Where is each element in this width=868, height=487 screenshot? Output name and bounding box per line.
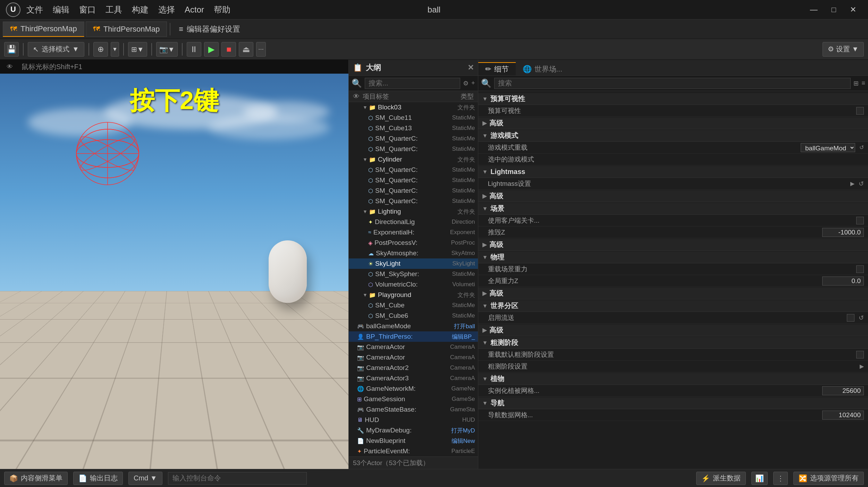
outline-camera-actor2[interactable]: 📷 CameraActor2 CameraA [349,363,478,373]
outline-my-draw-debug[interactable]: 🔧 MyDrawDebug: 打开MyD [349,425,478,436]
outline-ball-game-mode[interactable]: 🎮 ballGameMode 打开ball [349,321,478,331]
prop-lightmass-refresh[interactable]: ↺ [859,180,864,188]
outline-cyl-qc-4[interactable]: ⬡ SM_QuarterC: StaticMe [349,196,478,206]
section-scene[interactable]: ▼ 场景 [478,203,868,215]
menu-build[interactable]: 构建 [132,4,149,15]
menu-window[interactable]: 窗口 [79,4,96,15]
tab-2[interactable]: 🗺 ThirdPersonMap [86,22,167,37]
select-mode-btn[interactable]: ↖ 选择模式 ▼ [28,42,84,57]
outline-cyl-qc-3[interactable]: ⬡ SM_QuarterC: StaticMe [349,185,478,196]
outline-sm-cube13[interactable]: ⬡ SM_Cube13 StaticMe [349,123,478,133]
tab-prefs[interactable]: ≡ 编辑器偏好设置 [172,24,247,34]
viewport-eye-icon[interactable]: 👁 [5,62,15,72]
section-navigation[interactable]: ▼ 导航 [478,397,868,409]
outline-search-input[interactable] [365,78,460,89]
outline-particle-event[interactable]: ✦ ParticleEventM: ParticleE [349,446,478,456]
outline-folder-playground[interactable]: ▼ 📁 Playground 文件夹 [349,290,478,300]
outline-exp-height-fog[interactable]: ≈ ExponentialH: Exponent [349,227,478,238]
prop-lightmass-arrow[interactable]: ▶ [850,180,854,187]
menu-edit[interactable]: 编辑 [53,4,69,15]
section-physics[interactable]: ▼ 物理 [478,251,868,263]
play-btn[interactable]: ▶ [204,42,219,57]
menu-select[interactable]: 选择 [158,4,175,15]
outline-game-network[interactable]: 🌐 GameNetworkM: GameNe [349,383,478,394]
close-btn[interactable]: ✕ [844,3,862,16]
camera-btn[interactable]: 📷▼ [156,42,178,57]
stop-btn[interactable]: ■ [221,42,236,57]
outline-sky-atmosphere[interactable]: ☁ SkyAtmosphe: SkyAtmo [349,248,478,258]
prop-game-mode-arrow[interactable]: ↺ [859,144,864,151]
tab-details[interactable]: ✏ 细节 [478,62,516,75]
transform-dropdown[interactable]: ▼ [111,42,119,57]
cmd-input[interactable] [168,472,307,485]
prop-global-gravity-input[interactable] [822,276,864,286]
content-browser-btn[interactable]: 📦 内容侧滑菜单 [4,472,68,485]
menu-actor[interactable]: Actor [185,5,204,15]
transform-btn[interactable]: ⊕ [93,42,108,57]
outline-folder-lighting[interactable]: ▼ 📁 Lighting 文件夹 [349,206,478,217]
section-game-mode[interactable]: ▼ 游戏模式 [478,130,868,142]
pause-btn[interactable]: ⏸ [187,42,201,57]
outline-cyl-qc-2[interactable]: ⬡ SM_QuarterC: StaticMe [349,175,478,185]
outline-folder-block03[interactable]: ▼ 📁 Block03 文件夹 [349,102,478,113]
prop-override-gravity-checkbox[interactable] [856,265,864,273]
details-grid-icon[interactable]: ⊞ [853,80,859,87]
outline-camera-actor3[interactable]: 📷 CameraActor3 CameraA [349,373,478,383]
section-lightmass[interactable]: ▼ Lightmass [478,166,868,178]
section-advanced-4[interactable]: ▶ 高级 [478,288,868,299]
menu-tools[interactable]: 工具 [106,4,122,15]
outline-folder-cylinder[interactable]: ▼ 📁 Cylinder 文件夹 [349,154,478,165]
outline-plus-icon[interactable]: + [471,80,475,87]
section-hlod[interactable]: ▼ 粗测阶段 [478,337,868,349]
prop-enable-streaming-checkbox[interactable] [847,314,854,322]
outline-game-state[interactable]: 🎮 GameStateBase: GameSta [349,404,478,415]
prop-override-hlod-checkbox[interactable] [856,351,864,358]
prop-budget-checkbox[interactable] [856,107,864,115]
outline-sm-quarterc-1[interactable]: ⬡ SM_QuarterC: StaticMe [349,133,478,144]
section-advanced-5[interactable]: ▶ 高级 [478,324,868,336]
details-search-input[interactable] [494,78,851,89]
menu-file[interactable]: 文件 [26,4,43,15]
outline-camera-actor-1[interactable]: 📷 CameraActor CameraA [349,342,478,352]
prop-use-client-checkbox[interactable] [856,217,864,224]
source-control-btn[interactable]: 🔀 选项源管理所有 [793,472,864,485]
outline-settings-icon[interactable]: ⚙ [463,80,469,87]
outline-volumetric-cloud[interactable]: ⬡ VolumetricClo: Volumeti [349,279,478,290]
section-advanced-3[interactable]: ▶ 高级 [478,239,868,251]
prop-game-mode-select[interactable]: ballGameMod [801,143,855,152]
tab-world-settings[interactable]: 🌐 世界场... [516,62,570,75]
stats-btn[interactable]: 📊 [751,472,768,485]
outline-sm-cube6[interactable]: ⬡ SM_Cube6 StaticMe [349,311,478,321]
maximize-btn[interactable]: □ [825,3,842,16]
prop-instanced-foliage-input[interactable] [822,386,864,395]
snap-btn[interactable]: ⊞▼ [128,42,147,57]
outline-camera-actor-2[interactable]: 📷 CameraActor CameraA [349,352,478,363]
outline-bp-thirdperson[interactable]: 👤 BP_ThirdPerso: 编辑BP_ [349,331,478,342]
outline-post-process[interactable]: ◈ PostProcessV: PostProc [349,238,478,248]
derive-data-btn[interactable]: ⚡ 派生数据 [696,472,746,485]
outline-hud[interactable]: 🖥 HUD HUD [349,415,478,425]
outline-sm-skysphere[interactable]: ⬡ SM_SkySpher: StaticMe [349,269,478,279]
outline-cyl-qc-1[interactable]: ⬡ SM_QuarterC: StaticMe [349,165,478,175]
outline-sm-cube11[interactable]: ⬡ SM_Cube11 StaticMe [349,113,478,123]
save-btn[interactable]: 💾 [4,42,19,57]
section-advanced-1[interactable]: ▶ 高级 [478,117,868,129]
details-list-icon[interactable]: ≡ [861,80,865,87]
output-log-btn[interactable]: 📄 输出日志 [73,472,123,485]
outline-skylight[interactable]: ☀ SkyLight SkyLight [349,258,478,269]
outline-close-btn[interactable]: ✕ [467,63,474,72]
minimize-btn[interactable]: — [804,3,824,16]
prop-kill-z-input[interactable] [822,228,864,237]
section-budget-visibility[interactable]: ▼ 预算可视性 [478,93,868,105]
viewport[interactable]: 按下2键 [0,74,348,469]
cmd-btn[interactable]: Cmd ▼ [128,472,162,485]
settings-btn[interactable]: ⚙ 设置 ▼ [823,42,864,57]
section-foliage[interactable]: ▼ 植物 [478,373,868,385]
play-more-btn[interactable]: ⋯ [256,42,266,57]
tab-1[interactable]: 🗺 ThirdPersonMap [3,22,84,37]
prop-streaming-refresh[interactable]: ↺ [859,314,864,322]
more-btn[interactable]: ⋮ [773,472,788,485]
outline-sm-cube[interactable]: ⬡ SM_Cube StaticMe [349,300,478,311]
outline-sm-quarterc-2[interactable]: ⬡ SM_QuarterC: StaticMe [349,144,478,154]
prop-nav-mesh-input[interactable] [822,411,864,420]
